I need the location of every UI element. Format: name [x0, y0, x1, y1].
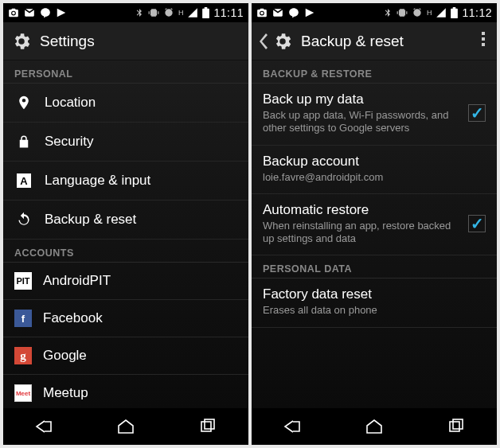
svg-rect-6 [482, 43, 485, 46]
row-automatic-restore[interactable]: Automatic restore When reinstalling an a… [252, 194, 497, 256]
phone-backup-reset: H 11:12 Backup & reset BACKUP & RESTORE … [252, 3, 497, 445]
action-bar: Settings [3, 22, 248, 60]
row-location[interactable]: Location [3, 84, 248, 123]
status-bar: H 11:11 [3, 3, 248, 22]
vibrate-icon [148, 7, 159, 18]
vibrate-icon [396, 7, 408, 18]
svg-rect-1 [201, 422, 211, 431]
row-label: Location [45, 95, 96, 111]
section-header-backup-restore: BACKUP & RESTORE [252, 60, 497, 84]
language-icon: A [17, 173, 31, 188]
signal-icon [436, 7, 447, 18]
alarm-icon [412, 7, 423, 18]
row-title: Back up my data [263, 92, 460, 109]
nav-home-button[interactable] [350, 419, 398, 434]
navigation-bar [252, 408, 497, 445]
clock: 11:12 [462, 6, 492, 19]
row-title: Factory data reset [263, 286, 486, 304]
restore-icon [16, 212, 32, 228]
row-factory-reset[interactable]: Factory data reset Erases all data on ph… [252, 279, 497, 327]
signal-type: H [178, 9, 184, 17]
lock-icon [17, 134, 31, 149]
nav-recent-button[interactable] [432, 419, 480, 434]
battery-icon [451, 7, 458, 18]
row-description: Erases all data on phone [263, 304, 486, 317]
svg-rect-4 [482, 32, 485, 35]
row-label: Security [45, 134, 93, 150]
phone-settings: H 11:11 Settings PERSONAL Location Secur… [3, 3, 248, 445]
battery-icon [202, 7, 209, 18]
row-backup-reset[interactable]: Backup & reset [3, 201, 248, 240]
alarm-icon [163, 7, 174, 18]
svg-rect-2 [205, 419, 214, 429]
action-bar: Backup & reset [252, 22, 497, 60]
facebook-icon: f [14, 310, 32, 327]
row-security[interactable]: Security [3, 123, 248, 162]
row-account-facebook[interactable]: f Facebook [3, 300, 248, 337]
settings-list[interactable]: PERSONAL Location Security A Language & … [3, 60, 248, 408]
signal-type: H [427, 9, 432, 17]
bluetooth-icon [135, 7, 144, 18]
overflow-menu-button[interactable] [478, 31, 489, 51]
nav-back-button[interactable] [20, 419, 68, 434]
page-title: Settings [40, 33, 240, 50]
row-backup-account[interactable]: Backup account loie.favre@androidpit.com [252, 146, 497, 194]
hangouts-icon [40, 7, 51, 18]
nav-back-button[interactable] [268, 419, 316, 434]
checkbox-automatic-restore[interactable] [468, 215, 486, 232]
settings-gear-icon[interactable] [272, 31, 293, 52]
gmail-icon [24, 7, 35, 18]
play-icon [56, 7, 67, 18]
row-label: Facebook [43, 310, 103, 326]
section-header-accounts: ACCOUNTS [3, 240, 248, 263]
page-title: Backup & reset [301, 33, 470, 50]
row-label: Backup & reset [45, 212, 136, 228]
row-account-google[interactable]: g Google [3, 337, 248, 375]
meetup-icon: Meet [14, 384, 32, 402]
back-icon[interactable] [260, 33, 269, 49]
row-account-androidpit[interactable]: PIT AndroidPIT [3, 263, 248, 300]
nav-home-button[interactable] [102, 419, 150, 434]
backup-list[interactable]: BACKUP & RESTORE Back up my data Back up… [252, 60, 497, 408]
section-header-personal: PERSONAL [3, 60, 248, 84]
bluetooth-icon [383, 7, 393, 18]
settings-gear-icon [11, 31, 32, 52]
row-label: AndroidPIT [43, 273, 111, 289]
status-bar: H 11:12 [252, 3, 497, 22]
row-description: Back up app data, Wi-Fi passwords, and o… [263, 109, 460, 135]
row-title: Backup account [263, 154, 486, 171]
clock: 11:11 [213, 6, 244, 19]
row-label: Meetup [43, 385, 88, 401]
svg-point-3 [260, 12, 264, 14]
row-backup-my-data[interactable]: Back up my data Back up app data, Wi-Fi … [252, 84, 497, 146]
row-language-input[interactable]: A Language & input [3, 162, 248, 201]
navigation-bar [3, 408, 248, 445]
svg-point-0 [12, 12, 15, 14]
row-description: loie.favre@androidpit.com [263, 171, 486, 184]
svg-rect-8 [453, 419, 463, 429]
checkbox-backup-my-data[interactable] [468, 104, 486, 122]
section-header-personal-data: PERSONAL DATA [252, 255, 497, 279]
location-icon [16, 95, 32, 111]
gmail-icon [272, 7, 283, 18]
androidpit-icon: PIT [14, 272, 32, 290]
camera-icon [8, 7, 19, 18]
row-label: Google [43, 348, 87, 364]
play-icon [304, 7, 315, 18]
svg-rect-7 [450, 422, 459, 431]
nav-recent-button[interactable] [184, 419, 232, 434]
overflow-icon [481, 31, 486, 47]
signal-icon [187, 7, 198, 18]
svg-rect-5 [482, 37, 485, 41]
camera-icon [256, 7, 268, 18]
hangouts-icon [288, 7, 299, 18]
row-description: When reinstalling an app, restore backed… [263, 220, 460, 246]
google-icon: g [14, 347, 32, 364]
row-account-meetup[interactable]: Meet Meetup [3, 375, 248, 408]
row-label: Language & input [45, 173, 150, 189]
row-title: Automatic restore [263, 202, 460, 220]
